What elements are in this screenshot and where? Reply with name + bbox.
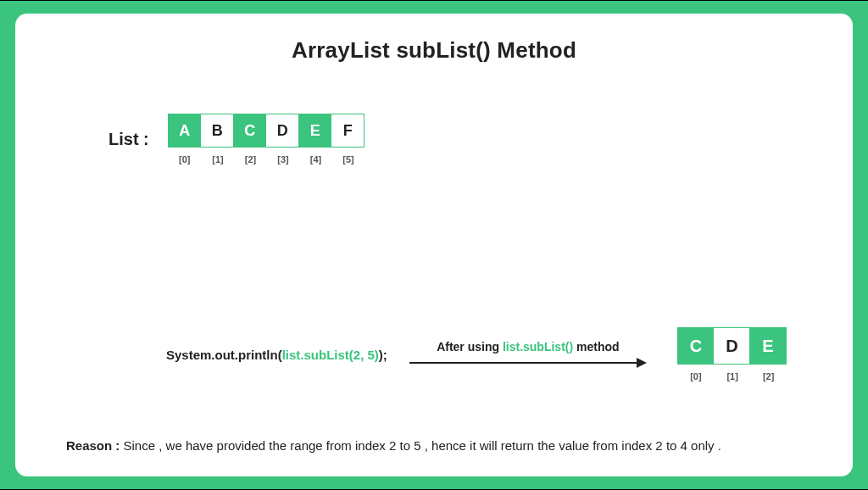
list-cell: D[3] xyxy=(267,114,300,164)
arrow-caption-before: After using xyxy=(437,340,503,354)
arrow-icon xyxy=(409,357,647,369)
list-section: List : A[0]B[1]C[2]D[3]E[4]F[5] xyxy=(108,114,364,164)
diagram-card: ArrayList subList() Method List : A[0]B[… xyxy=(15,14,853,476)
code-prefix: System.out.println( xyxy=(166,348,282,362)
sublist-cell-value: C xyxy=(677,327,715,365)
list-label: List : xyxy=(108,130,149,149)
list-cell-index: [1] xyxy=(212,154,223,164)
reason-label: Reason : xyxy=(66,438,120,453)
reason-text: Reason : Since , we have provided the ra… xyxy=(66,438,802,453)
page-frame: ArrayList subList() Method List : A[0]B[… xyxy=(0,1,868,489)
list-cell-index: [3] xyxy=(277,154,288,164)
page-title: ArrayList subList() Method xyxy=(49,37,819,64)
list-cell-value: A xyxy=(168,114,202,148)
list-cell-index: [4] xyxy=(310,154,321,164)
sublist-cell: C[0] xyxy=(677,327,715,381)
list-cell: F[5] xyxy=(332,114,365,164)
sublist-cell-index: [1] xyxy=(726,371,737,381)
list-cell-value: B xyxy=(200,114,234,148)
list-cell: A[0] xyxy=(168,114,202,164)
sublist-cell-index: [0] xyxy=(690,371,701,381)
sublist-cell-index: [2] xyxy=(763,371,774,381)
list-cell-value: F xyxy=(331,114,364,148)
sublist-cell: E[2] xyxy=(750,327,787,381)
sublist-cell: D[1] xyxy=(715,327,751,381)
sublist-cells: C[0]D[1]E[2] xyxy=(677,327,787,381)
list-cell-value: E xyxy=(298,114,332,148)
arrow-caption-after: method xyxy=(573,340,619,354)
arrow-caption-highlight: list.subList() xyxy=(503,340,573,354)
list-cell: C[2] xyxy=(234,114,267,164)
list-cell-value: D xyxy=(265,114,299,148)
list-cell: E[4] xyxy=(299,114,332,164)
sublist-cell-value: D xyxy=(713,327,750,365)
list-cell: B[1] xyxy=(202,114,235,164)
list-cell-index: [0] xyxy=(179,154,190,164)
arrow-caption: After using list.subList() method xyxy=(437,340,619,354)
arrow-group: After using list.subList() method xyxy=(409,340,647,369)
code-row: System.out.println(list.subList(2, 5)); … xyxy=(166,327,787,381)
list-cells: A[0]B[1]C[2]D[3]E[4]F[5] xyxy=(168,114,365,164)
list-cell-index: [5] xyxy=(342,154,353,164)
list-cell-index: [2] xyxy=(245,154,256,164)
code-highlight: list.subList(2, 5) xyxy=(282,348,379,362)
code-text: System.out.println(list.subList(2, 5)); xyxy=(166,348,387,362)
sublist-cell-value: E xyxy=(749,327,787,365)
list-cell-value: C xyxy=(233,114,267,148)
svg-marker-1 xyxy=(637,358,647,368)
code-suffix: ); xyxy=(379,348,387,362)
reason-body: Since , we have provided the range from … xyxy=(120,438,721,453)
